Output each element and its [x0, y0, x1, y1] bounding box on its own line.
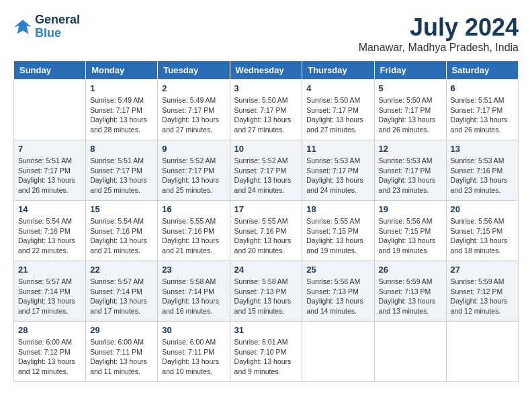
calendar-table: SundayMondayTuesdayWednesdayThursdayFrid…	[13, 60, 519, 382]
daylight: Daylight: 13 hours and 26 minutes.	[18, 176, 75, 194]
day-number: 2	[162, 83, 225, 93]
day-info: Sunrise: 5:50 AM Sunset: 7:17 PM Dayligh…	[234, 95, 298, 135]
daylight: Daylight: 13 hours and 17 minutes.	[18, 297, 75, 315]
sunset: Sunset: 7:16 PM	[90, 227, 142, 235]
sunset: Sunset: 7:13 PM	[234, 287, 287, 295]
sunset: Sunset: 7:12 PM	[451, 287, 503, 295]
day-info: Sunrise: 5:55 AM Sunset: 7:16 PM Dayligh…	[234, 216, 298, 256]
day-info: Sunrise: 5:50 AM Sunset: 7:17 PM Dayligh…	[379, 95, 442, 135]
sunset: Sunset: 7:17 PM	[162, 106, 214, 114]
calendar-cell: 9 Sunrise: 5:52 AM Sunset: 7:17 PM Dayli…	[158, 140, 230, 201]
day-info: Sunrise: 5:55 AM Sunset: 7:15 PM Dayligh…	[306, 216, 369, 256]
day-info: Sunrise: 5:56 AM Sunset: 7:15 PM Dayligh…	[379, 216, 442, 256]
day-info: Sunrise: 5:53 AM Sunset: 7:16 PM Dayligh…	[451, 156, 514, 195]
day-info: Sunrise: 5:53 AM Sunset: 7:17 PM Dayligh…	[379, 156, 442, 195]
daylight: Daylight: 13 hours and 25 minutes.	[90, 176, 147, 194]
calendar-cell: 16 Sunrise: 5:55 AM Sunset: 7:16 PM Dayl…	[158, 201, 230, 261]
calendar-cell: 15 Sunrise: 5:54 AM Sunset: 7:16 PM Dayl…	[86, 201, 158, 261]
sunset: Sunset: 7:17 PM	[162, 167, 214, 175]
day-info: Sunrise: 5:52 AM Sunset: 7:17 PM Dayligh…	[162, 156, 225, 195]
page-header: General Blue July 2024 Manawar, Madhya P…	[13, 13, 519, 54]
sunrise: Sunrise: 5:56 AM	[379, 217, 433, 225]
calendar-cell: 28 Sunrise: 6:00 AM Sunset: 7:12 PM Dayl…	[14, 322, 86, 382]
sunset: Sunset: 7:17 PM	[306, 106, 359, 114]
calendar-cell: 22 Sunrise: 5:57 AM Sunset: 7:14 PM Dayl…	[86, 261, 158, 322]
calendar-cell: 30 Sunrise: 6:00 AM Sunset: 7:11 PM Dayl…	[158, 322, 230, 382]
sunset: Sunset: 7:12 PM	[18, 348, 71, 356]
day-number: 7	[18, 144, 81, 154]
day-number: 10	[234, 144, 298, 154]
day-number: 31	[234, 325, 298, 335]
day-info: Sunrise: 5:53 AM Sunset: 7:17 PM Dayligh…	[306, 156, 369, 195]
day-number: 29	[90, 325, 153, 335]
sunset: Sunset: 7:17 PM	[306, 167, 359, 175]
day-number: 26	[379, 265, 442, 275]
day-number: 16	[162, 204, 225, 214]
daylight: Daylight: 13 hours and 11 minutes.	[90, 357, 147, 375]
page-subtitle: Manawar, Madhya Pradesh, India	[359, 42, 519, 54]
calendar-cell: 4 Sunrise: 5:50 AM Sunset: 7:17 PM Dayli…	[302, 80, 374, 140]
daylight: Daylight: 13 hours and 20 minutes.	[234, 236, 292, 255]
sunset: Sunset: 7:15 PM	[306, 227, 359, 235]
sunrise: Sunrise: 6:01 AM	[234, 338, 288, 346]
calendar-cell	[14, 80, 86, 140]
daylight: Daylight: 13 hours and 27 minutes.	[234, 116, 292, 134]
day-header-tuesday: Tuesday	[158, 61, 230, 80]
sunrise: Sunrise: 5:58 AM	[306, 277, 360, 285]
sunset: Sunset: 7:16 PM	[162, 227, 214, 235]
calendar-cell: 7 Sunrise: 5:51 AM Sunset: 7:17 PM Dayli…	[14, 140, 86, 201]
sunrise: Sunrise: 5:57 AM	[90, 277, 144, 285]
sunrise: Sunrise: 5:49 AM	[162, 96, 216, 104]
day-header-monday: Monday	[86, 61, 158, 80]
day-info: Sunrise: 6:00 AM Sunset: 7:12 PM Dayligh…	[18, 337, 81, 377]
sunset: Sunset: 7:11 PM	[90, 348, 142, 356]
day-info: Sunrise: 5:49 AM Sunset: 7:17 PM Dayligh…	[162, 95, 225, 135]
day-header-friday: Friday	[374, 61, 446, 80]
day-info: Sunrise: 5:59 AM Sunset: 7:12 PM Dayligh…	[451, 277, 514, 316]
sunrise: Sunrise: 5:51 AM	[451, 96, 504, 104]
sunset: Sunset: 7:14 PM	[90, 287, 142, 295]
day-number: 21	[18, 265, 81, 275]
sunset: Sunset: 7:17 PM	[234, 106, 287, 114]
daylight: Daylight: 13 hours and 15 minutes.	[234, 297, 292, 315]
daylight: Daylight: 13 hours and 27 minutes.	[162, 116, 219, 134]
calendar-cell	[374, 322, 446, 382]
day-number: 20	[451, 204, 514, 214]
calendar-week-3: 14 Sunrise: 5:54 AM Sunset: 7:16 PM Dayl…	[14, 201, 519, 261]
calendar-cell: 11 Sunrise: 5:53 AM Sunset: 7:17 PM Dayl…	[302, 140, 374, 201]
day-info: Sunrise: 5:56 AM Sunset: 7:15 PM Dayligh…	[451, 216, 514, 256]
calendar-cell: 6 Sunrise: 5:51 AM Sunset: 7:17 PM Dayli…	[446, 80, 518, 140]
daylight: Daylight: 13 hours and 27 minutes.	[306, 116, 363, 134]
day-number: 4	[306, 83, 369, 93]
sunset: Sunset: 7:16 PM	[18, 227, 71, 235]
day-info: Sunrise: 5:52 AM Sunset: 7:17 PM Dayligh…	[234, 156, 298, 195]
daylight: Daylight: 13 hours and 9 minutes.	[234, 357, 292, 375]
calendar-cell: 23 Sunrise: 5:58 AM Sunset: 7:14 PM Dayl…	[158, 261, 230, 322]
daylight: Daylight: 13 hours and 22 minutes.	[18, 236, 75, 255]
day-number: 1	[90, 83, 153, 93]
sunset: Sunset: 7:10 PM	[234, 348, 287, 356]
sunset: Sunset: 7:17 PM	[90, 167, 142, 175]
sunrise: Sunrise: 5:58 AM	[162, 277, 216, 285]
calendar-cell: 10 Sunrise: 5:52 AM Sunset: 7:17 PM Dayl…	[230, 140, 302, 201]
day-info: Sunrise: 5:57 AM Sunset: 7:14 PM Dayligh…	[90, 277, 153, 316]
daylight: Daylight: 13 hours and 26 minutes.	[379, 116, 436, 134]
daylight: Daylight: 13 hours and 17 minutes.	[90, 297, 147, 315]
day-info: Sunrise: 6:01 AM Sunset: 7:10 PM Dayligh…	[234, 337, 298, 377]
calendar-cell: 14 Sunrise: 5:54 AM Sunset: 7:16 PM Dayl…	[14, 201, 86, 261]
day-number: 23	[162, 265, 225, 275]
day-number: 28	[18, 325, 81, 335]
day-info: Sunrise: 6:00 AM Sunset: 7:11 PM Dayligh…	[90, 337, 153, 377]
sunset: Sunset: 7:17 PM	[18, 167, 71, 175]
sunrise: Sunrise: 5:53 AM	[379, 156, 433, 165]
day-info: Sunrise: 5:49 AM Sunset: 7:17 PM Dayligh…	[90, 95, 153, 135]
day-info: Sunrise: 5:57 AM Sunset: 7:14 PM Dayligh…	[18, 277, 81, 316]
day-number: 30	[162, 325, 225, 335]
calendar-cell: 31 Sunrise: 6:01 AM Sunset: 7:10 PM Dayl…	[230, 322, 302, 382]
day-number: 25	[306, 265, 369, 275]
daylight: Daylight: 13 hours and 14 minutes.	[306, 297, 363, 315]
calendar-cell: 1 Sunrise: 5:49 AM Sunset: 7:17 PM Dayli…	[86, 80, 158, 140]
day-number: 13	[451, 144, 514, 154]
calendar-cell: 25 Sunrise: 5:58 AM Sunset: 7:13 PM Dayl…	[302, 261, 374, 322]
sunrise: Sunrise: 5:57 AM	[18, 277, 72, 285]
